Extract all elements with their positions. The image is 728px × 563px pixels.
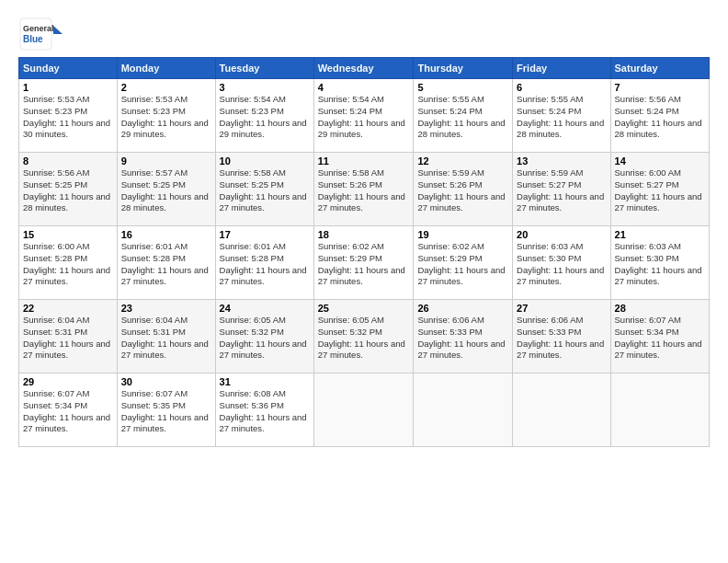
- calendar-cell: 11 Sunrise: 5:58 AMSunset: 5:26 PMDaylig…: [313, 153, 414, 226]
- header-friday: Friday: [513, 58, 610, 79]
- day-number: 27: [517, 303, 606, 314]
- calendar-cell: 23 Sunrise: 6:04 AMSunset: 5:31 PMDaylig…: [117, 300, 215, 373]
- day-info: Sunrise: 5:55 AMSunset: 5:24 PMDaylight:…: [417, 94, 505, 139]
- day-info: Sunrise: 6:03 AMSunset: 5:30 PMDaylight:…: [615, 241, 702, 286]
- calendar-cell: 16 Sunrise: 6:01 AMSunset: 5:28 PMDaylig…: [117, 226, 215, 300]
- day-info: Sunrise: 6:04 AMSunset: 5:31 PMDaylight:…: [23, 315, 110, 360]
- day-number: 13: [517, 155, 606, 167]
- week-row-4: 22 Sunrise: 6:04 AMSunset: 5:31 PMDaylig…: [19, 300, 710, 373]
- calendar-cell: 20 Sunrise: 6:03 AMSunset: 5:30 PMDaylig…: [513, 226, 610, 300]
- calendar-cell: [414, 373, 513, 447]
- calendar-cell: 1 Sunrise: 5:53 AMSunset: 5:23 PMDayligh…: [19, 79, 118, 153]
- header-tuesday: Tuesday: [215, 58, 313, 79]
- day-number: 7: [615, 82, 705, 93]
- calendar-cell: 24 Sunrise: 6:05 AMSunset: 5:32 PMDaylig…: [215, 300, 313, 373]
- svg-text:General: General: [23, 24, 54, 33]
- calendar-header-row: SundayMondayTuesdayWednesdayThursdayFrid…: [19, 58, 710, 79]
- day-number: 29: [23, 376, 113, 387]
- week-row-1: 1 Sunrise: 5:53 AMSunset: 5:23 PMDayligh…: [19, 79, 710, 153]
- day-info: Sunrise: 5:58 AMSunset: 5:25 PMDaylight:…: [220, 167, 307, 213]
- header-saturday: Saturday: [610, 58, 709, 79]
- day-number: 21: [615, 229, 705, 240]
- day-info: Sunrise: 6:05 AMSunset: 5:32 PMDaylight:…: [220, 315, 307, 360]
- day-number: 15: [23, 229, 113, 240]
- day-number: 14: [615, 155, 705, 167]
- svg-text:Blue: Blue: [23, 34, 43, 44]
- calendar-cell: 19 Sunrise: 6:02 AMSunset: 5:29 PMDaylig…: [414, 226, 513, 300]
- calendar-cell: 17 Sunrise: 6:01 AMSunset: 5:28 PMDaylig…: [215, 226, 313, 300]
- day-info: Sunrise: 6:06 AMSunset: 5:33 PMDaylight:…: [417, 315, 505, 360]
- day-info: Sunrise: 5:57 AMSunset: 5:25 PMDaylight:…: [121, 167, 209, 213]
- day-number: 8: [23, 155, 113, 167]
- calendar-cell: 21 Sunrise: 6:03 AMSunset: 5:30 PMDaylig…: [610, 226, 709, 300]
- calendar-cell: 7 Sunrise: 5:56 AMSunset: 5:24 PMDayligh…: [610, 79, 709, 153]
- day-number: 9: [121, 155, 211, 167]
- day-info: Sunrise: 6:00 AMSunset: 5:28 PMDaylight:…: [23, 241, 110, 286]
- day-number: 4: [318, 82, 410, 93]
- calendar-cell: 15 Sunrise: 6:00 AMSunset: 5:28 PMDaylig…: [19, 226, 118, 300]
- day-info: Sunrise: 5:56 AMSunset: 5:24 PMDaylight:…: [615, 94, 702, 139]
- day-info: Sunrise: 5:53 AMSunset: 5:23 PMDaylight:…: [121, 94, 209, 139]
- calendar-cell: 28 Sunrise: 6:07 AMSunset: 5:34 PMDaylig…: [610, 300, 709, 373]
- day-info: Sunrise: 6:01 AMSunset: 5:28 PMDaylight:…: [220, 241, 307, 286]
- day-number: 31: [220, 376, 310, 387]
- day-number: 30: [121, 376, 211, 387]
- day-info: Sunrise: 6:06 AMSunset: 5:33 PMDaylight:…: [517, 315, 604, 360]
- calendar-cell: 5 Sunrise: 5:55 AMSunset: 5:24 PMDayligh…: [414, 79, 513, 153]
- day-info: Sunrise: 6:07 AMSunset: 5:34 PMDaylight:…: [615, 315, 702, 360]
- day-info: Sunrise: 6:07 AMSunset: 5:34 PMDaylight:…: [23, 388, 110, 433]
- day-info: Sunrise: 6:02 AMSunset: 5:29 PMDaylight:…: [318, 241, 405, 286]
- header-wednesday: Wednesday: [313, 58, 414, 79]
- calendar-cell: 9 Sunrise: 5:57 AMSunset: 5:25 PMDayligh…: [117, 153, 215, 226]
- calendar-cell: 8 Sunrise: 5:56 AMSunset: 5:25 PMDayligh…: [19, 153, 118, 226]
- day-number: 11: [318, 155, 410, 167]
- day-number: 16: [121, 229, 211, 240]
- day-info: Sunrise: 6:05 AMSunset: 5:32 PMDaylight:…: [318, 315, 405, 360]
- calendar-cell: 4 Sunrise: 5:54 AMSunset: 5:24 PMDayligh…: [313, 79, 414, 153]
- calendar-cell: 3 Sunrise: 5:54 AMSunset: 5:23 PMDayligh…: [215, 79, 313, 153]
- day-number: 28: [615, 303, 705, 314]
- calendar-cell: 12 Sunrise: 5:59 AMSunset: 5:26 PMDaylig…: [414, 153, 513, 226]
- day-info: Sunrise: 6:02 AMSunset: 5:29 PMDaylight:…: [417, 241, 505, 286]
- calendar-cell: [610, 373, 709, 447]
- day-number: 22: [23, 303, 113, 314]
- calendar-cell: 10 Sunrise: 5:58 AMSunset: 5:25 PMDaylig…: [215, 153, 313, 226]
- day-info: Sunrise: 6:03 AMSunset: 5:30 PMDaylight:…: [517, 241, 604, 286]
- day-number: 20: [517, 229, 606, 240]
- calendar-cell: 6 Sunrise: 5:55 AMSunset: 5:24 PMDayligh…: [513, 79, 610, 153]
- header-monday: Monday: [117, 58, 215, 79]
- calendar-cell: [513, 373, 610, 447]
- calendar-cell: [313, 373, 414, 447]
- logo: General Blue: [18, 17, 64, 52]
- calendar-cell: 30 Sunrise: 6:07 AMSunset: 5:35 PMDaylig…: [117, 373, 215, 447]
- day-number: 26: [417, 303, 508, 314]
- day-number: 12: [417, 155, 508, 167]
- svg-marker-3: [53, 26, 63, 34]
- header-thursday: Thursday: [414, 58, 513, 79]
- day-number: 25: [318, 303, 410, 314]
- day-number: 23: [121, 303, 211, 314]
- page: General Blue SundayMondayTuesdayWednesda…: [0, 0, 728, 456]
- week-row-5: 29 Sunrise: 6:07 AMSunset: 5:34 PMDaylig…: [19, 373, 710, 447]
- header: General Blue: [18, 17, 710, 52]
- calendar-cell: 31 Sunrise: 6:08 AMSunset: 5:36 PMDaylig…: [215, 373, 313, 447]
- calendar-cell: 14 Sunrise: 6:00 AMSunset: 5:27 PMDaylig…: [610, 153, 709, 226]
- day-number: 19: [417, 229, 508, 240]
- day-info: Sunrise: 5:55 AMSunset: 5:24 PMDaylight:…: [517, 94, 604, 139]
- week-row-3: 15 Sunrise: 6:00 AMSunset: 5:28 PMDaylig…: [19, 226, 710, 300]
- day-info: Sunrise: 5:54 AMSunset: 5:23 PMDaylight:…: [220, 94, 307, 139]
- calendar-cell: 2 Sunrise: 5:53 AMSunset: 5:23 PMDayligh…: [117, 79, 215, 153]
- day-number: 5: [417, 82, 508, 93]
- day-number: 17: [220, 229, 310, 240]
- day-info: Sunrise: 6:04 AMSunset: 5:31 PMDaylight:…: [121, 315, 209, 360]
- calendar-table: SundayMondayTuesdayWednesdayThursdayFrid…: [18, 57, 710, 447]
- calendar-cell: 13 Sunrise: 5:59 AMSunset: 5:27 PMDaylig…: [513, 153, 610, 226]
- day-info: Sunrise: 6:00 AMSunset: 5:27 PMDaylight:…: [615, 167, 702, 213]
- calendar-cell: 27 Sunrise: 6:06 AMSunset: 5:33 PMDaylig…: [513, 300, 610, 373]
- day-info: Sunrise: 5:58 AMSunset: 5:26 PMDaylight:…: [318, 167, 405, 213]
- day-number: 24: [220, 303, 310, 314]
- header-sunday: Sunday: [19, 58, 118, 79]
- logo-svg: General Blue: [18, 17, 64, 52]
- day-info: Sunrise: 5:59 AMSunset: 5:27 PMDaylight:…: [517, 167, 604, 213]
- day-info: Sunrise: 5:59 AMSunset: 5:26 PMDaylight:…: [417, 167, 505, 213]
